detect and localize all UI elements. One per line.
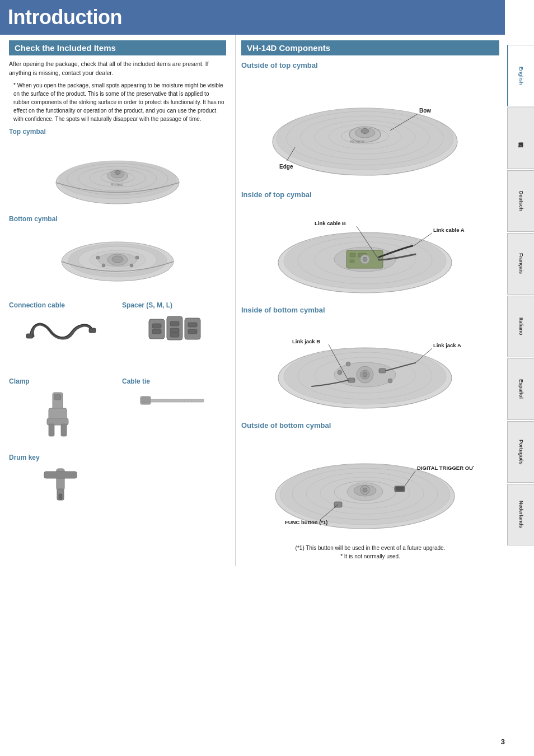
svg-point-117 <box>363 488 367 492</box>
right-column: VH-14D Components Outside of top cymbal <box>235 35 505 566</box>
inside-bottom-cymbal-diagram: Link jack A Link jack B <box>241 318 499 416</box>
lang-tab-japanese[interactable]: 日本語 <box>507 108 534 169</box>
outside-bottom-cymbal-diagram: FUNC button (*1) DIGITAL TRIGGER OUT jac… <box>241 433 499 539</box>
drum-key-diagram <box>9 466 113 511</box>
svg-point-8 <box>115 170 120 174</box>
svg-text:Link jack B: Link jack B <box>292 338 320 344</box>
check-items-header: Check the Included Items <box>9 40 226 55</box>
svg-point-98 <box>363 372 367 377</box>
svg-rect-58 <box>44 472 77 478</box>
intro-text: After opening the package, check that al… <box>9 60 226 78</box>
svg-rect-99 <box>379 368 386 373</box>
svg-rect-100 <box>348 378 355 382</box>
left-column: Check the Included Items After opening t… <box>0 35 235 566</box>
connection-cable-cell: Connection cable <box>9 297 113 368</box>
inside-top-cymbal-diagram: Link cable A Link cable B <box>241 202 499 300</box>
lang-tab-deutsch[interactable]: Deutsch <box>507 170 534 232</box>
clamp-cell: Clamp <box>9 373 113 445</box>
lang-tab-espanol[interactable]: Español <box>507 358 534 420</box>
spacer-diagram <box>122 314 226 364</box>
svg-point-16 <box>112 256 123 263</box>
svg-point-102 <box>388 379 392 383</box>
svg-point-86 <box>363 257 367 262</box>
svg-rect-34 <box>54 394 61 400</box>
svg-rect-40 <box>142 398 149 403</box>
lang-tab-nederlands[interactable]: Nederlands <box>507 484 534 545</box>
bottom-cymbal-diagram <box>9 225 226 292</box>
svg-rect-21 <box>26 334 33 338</box>
outside-top-cymbal-diagram: Roland Bow Edge <box>241 73 499 185</box>
top-cymbal-diagram: Roland <box>9 138 226 211</box>
svg-text:Roland: Roland <box>111 183 124 186</box>
note-text: * When you open the package, small spots… <box>13 81 226 123</box>
drum-key-label: Drum key <box>9 454 113 461</box>
svg-point-18 <box>130 264 133 267</box>
svg-point-20 <box>135 256 139 259</box>
outside-top-cymbal-label: Outside of top cymbal <box>241 61 499 69</box>
svg-text:DIGITAL TRIGGER OUT jack: DIGITAL TRIGGER OUT jack <box>417 465 474 471</box>
svg-rect-22 <box>89 328 96 333</box>
svg-rect-30 <box>185 318 200 339</box>
connection-cable-label: Connection cable <box>9 301 113 309</box>
bottom-cymbal-label: Bottom cymbal <box>9 215 226 223</box>
svg-rect-27 <box>170 321 179 326</box>
connection-cable-diagram <box>9 314 113 347</box>
lang-tab-francais[interactable]: Français <box>507 233 534 295</box>
svg-point-19 <box>96 256 100 259</box>
page-number: 3 <box>501 738 505 746</box>
svg-rect-41 <box>151 399 204 402</box>
svg-rect-23 <box>149 319 165 339</box>
svg-point-103 <box>346 362 350 366</box>
svg-rect-120 <box>396 487 404 491</box>
svg-rect-35 <box>49 408 67 419</box>
svg-rect-25 <box>152 329 161 334</box>
svg-text:Link jack A: Link jack A <box>433 342 461 348</box>
clamp-diagram <box>9 390 113 440</box>
cable-tie-diagram <box>122 390 226 412</box>
svg-text:Link cable B: Link cable B <box>315 220 346 226</box>
spacer-label: Spacer (S, M, L) <box>122 301 226 309</box>
svg-text:Edge: Edge <box>279 164 293 170</box>
svg-rect-32 <box>188 329 197 334</box>
svg-text:Bow: Bow <box>419 108 431 114</box>
clamp-label: Clamp <box>9 377 113 385</box>
svg-rect-29 <box>170 333 179 337</box>
svg-rect-37 <box>49 424 54 436</box>
lang-tab-english[interactable]: English <box>507 45 534 106</box>
svg-text:Link cable A: Link cable A <box>433 227 465 233</box>
svg-rect-60 <box>59 494 62 500</box>
lang-tab-portugues[interactable]: Português <box>507 421 534 483</box>
language-tabs: English 日本語 Deutsch Français Italiano Es… <box>507 45 534 545</box>
drum-key-cell: Drum key <box>9 449 113 515</box>
top-cymbal-label: Top cymbal <box>9 128 226 136</box>
svg-rect-38 <box>61 424 67 436</box>
svg-rect-82 <box>350 253 355 257</box>
page-title: Introduction <box>0 0 505 35</box>
svg-rect-31 <box>188 323 197 327</box>
svg-rect-84 <box>350 260 354 263</box>
components-header: VH-14D Components <box>241 40 499 55</box>
cable-tie-label: Cable tie <box>122 377 226 385</box>
svg-text:FUNC button (*1): FUNC button (*1) <box>285 519 328 525</box>
svg-point-101 <box>338 370 342 375</box>
inside-top-cymbal-label: Inside of top cymbal <box>241 190 499 199</box>
inside-bottom-cymbal-label: Inside of bottom cymbal <box>241 306 499 314</box>
svg-text:Roland: Roland <box>350 139 364 144</box>
footnote: (*1) This button will be used in the eve… <box>241 544 499 561</box>
svg-point-70 <box>361 128 369 133</box>
spacer-cell: Spacer (S, M, L) <box>122 297 226 368</box>
svg-rect-24 <box>152 324 161 328</box>
svg-rect-28 <box>170 328 179 333</box>
svg-point-17 <box>102 264 105 267</box>
lang-tab-italiano[interactable]: Italiano <box>507 296 534 357</box>
cable-tie-cell: Cable tie <box>122 373 226 445</box>
outside-bottom-cymbal-label: Outside of bottom cymbal <box>241 421 499 430</box>
